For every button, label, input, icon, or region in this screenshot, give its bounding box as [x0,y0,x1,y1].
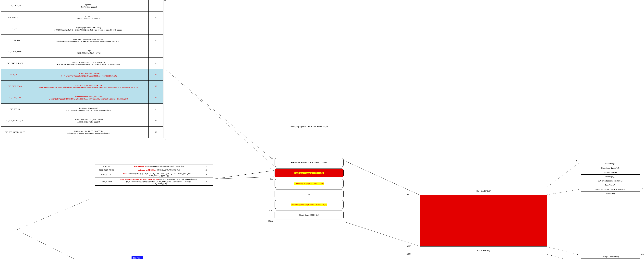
fsp-row-desc: Highest page number in file (size) 当前表空间… [28,23,148,35]
fsp-row-bytes: 8 [149,104,164,115]
fsp-row-key: FSP_FREE_LIMIT [1,35,29,46]
fil-header-detail-table: Checksum(4)Offset (page Number) (4)Previ… [581,162,640,196]
xdes-row-key: XDES_FLST_NODE [95,168,118,172]
fsp-row-bytes: 4 [149,12,164,23]
bigpage-offset-16376: 16376 [406,245,411,247]
xdes-entry-table: XDES_IDFile Segment ID—如果该Extent归属某个segm… [95,165,213,186]
manager-offset-label: 16376 [263,220,273,222]
fsp-row-desc: (Unused) 如其名，保留字节，当前未使用 [28,12,148,23]
xdes-row-bytes: 16 [200,178,213,186]
fil-header-label: FIL Header (38) [476,190,491,192]
manager-page-title: manager page/FSP_HDR and XDES pages [274,125,344,128]
fsp-row-key: FSP_SIZE [1,23,29,35]
fsp-bracket [164,0,166,140]
xdes-entry-highlight: XDES Entry [1] (page 64—127) —> (40) [294,183,324,185]
fsp-row-desc: Space ID 该文件对应的space id [28,0,148,12]
fsp-row-desc: List base node for "FULL_FRAG" list Exte… [28,92,148,104]
fsp-row-key: FSP_FREE_FRAG [1,81,29,92]
manager-offset-label: 38 [263,157,273,159]
manager-page-box: XDES Entry [1] (page 64—127) —> (40) [274,179,344,188]
xdes-row-key: XDES_ID [95,165,118,168]
fsp-row-key: FSP_FRAG_N_USED [1,58,29,69]
trailer-offset-top: 16376 [640,254,644,255]
fil-header-field: Page Type (2) [581,183,640,187]
xdes-row-bytes: 12 [200,168,213,172]
fsp-row-bytes: 4 [149,46,164,58]
bigpage-offset-38-left: 38 [407,194,409,196]
svg-line-4 [16,197,95,230]
fsp-row-desc: Number of pages used in "FREE_FRAG" list… [28,58,148,69]
bigpage-bracket [418,195,420,246]
fsp-row-bytes: 16 [149,92,164,104]
manager-page-box: (Empty Space: 5986 bytes) [274,211,344,220]
svg-line-5 [16,230,92,259]
fil-header-field: Checksum(4) [581,162,640,166]
svg-line-1 [166,70,274,166]
xdes-row-bytes: 8 [200,165,213,168]
manager-offset-label: 10390 [263,210,273,211]
fsp-row-desc: List base node for "FREE" list 当一个Extent… [28,69,148,81]
fsp-row-bytes: 16 [149,115,164,127]
fsp-header-table: FSP_SPACE_IDSpace ID 该文件对应的space id4FSP_… [1,0,164,138]
xdes-row-desc: Page State Bitmap 2bits per page, 1=free… [118,178,200,186]
fsp-row-bytes: 4 [149,35,164,46]
fsp-row-bytes: 4 [149,58,164,69]
fil-offset-38: 38 [642,188,643,190]
fsp-row-key: FSP_SPACE_FLAGS [1,46,29,58]
fsp-row-desc: List base node for "FREE_FRAG" list FREE… [28,81,148,92]
list-node-title: List Node [132,256,143,259]
fsp-row-key: FSP_FULL_FRAG [1,92,29,104]
xdes-entry-highlight: XDES Entry [255] (page 16320—16383) —> (… [291,204,327,206]
fil-trailer-field: Old-style Checksum(4) [581,255,640,259]
fil-header-field: Flush LSN (0 except space 0 page 0) (8) [581,187,640,192]
fil-trailer-detail-table: Old-style Checksum(4)Low 32 bits of LSN … [581,255,640,259]
fsp-row-desc: Flags 当前表空间的FLAG信息，见下文 [28,46,148,58]
manager-page-box: ... [274,190,344,198]
fsp-row-bytes: 4 [149,0,164,12]
svg-line-0 [166,70,274,161]
fsp-row-desc: Next Unused Segment ID 当前文件中最大Segment ID… [28,104,148,115]
fsp-row-desc: List base node for "FREE_INODES" list 至少… [28,127,148,138]
fsp-row-bytes: 4 [149,23,164,35]
fsp-row-key: FSP_SEG_ID [1,104,29,115]
fsp-row-key: FSP_SEG_INODES_FREE [1,127,29,138]
svg-line-10 [547,189,580,195]
svg-line-9 [547,162,580,187]
svg-line-7 [344,161,420,195]
bigpage-offset-16384: 16384 [406,253,411,255]
fsp-row-key: FSP_NOT_USED [1,12,29,23]
manager-page-stack: 38FSP Header(zero-filed for XDES pages) … [274,158,344,221]
fil-trailer-block: FIL Trailer (8) [420,246,547,254]
fil-header-block: FIL Header (38) [420,187,547,195]
fsp-row-key: FSP_FREE [1,69,29,81]
fil-offset-0: 0 [576,160,577,162]
manager-page-box: XDES Entry [255] (page 16320—16383) —> (… [274,200,344,209]
svg-line-12 [547,254,580,259]
xdes-row-desc: State—该Extent的状态信息，包括：XDES_FREE、XDES_FRE… [118,172,200,178]
xdes-row-key: XDES_STATE [95,172,118,178]
fsp-row-desc: Highest page number initialized (free li… [28,35,148,46]
xdes-row-desc: File Segment ID—如果该Extent归属某个segment的话，则… [118,165,200,168]
bigpage-offset-0: 0 [407,185,408,187]
fsp-row-bytes: 16 [149,127,164,138]
manager-page-box: FSP Header(zero-filed for XDES pages) —>… [274,158,344,167]
fsp-row-key: FSP_SPACE_ID [1,0,29,12]
xdes-entry-highlight: XDES Entry [0] (page 0 — 63) —> (40) [294,172,324,174]
svg-line-2 [213,171,274,179]
svg-line-11 [547,247,580,255]
fsp-row-desc: List base node for "FULL_INNODES" list 已… [28,115,148,127]
fil-header-field: LSN for last page modification (8) [581,179,640,183]
fil-header-field: Previous Page(4) [581,170,640,175]
fsp-row-bytes: 16 [149,69,164,81]
manager-page-box: XDES Entry [0] (page 0 — 63) —> (40) [274,169,344,177]
page-body-block [420,195,547,246]
xdes-row-bytes: 4 [200,172,213,178]
fsp-row-bytes: 16 [149,81,164,92]
fil-header-field: Next Page(4) [581,175,640,179]
fil-trailer-label: FIL Trailer (8) [477,249,490,252]
xdes-row-desc: List node for XDES list—维持Extent链表的双向指针节… [118,168,200,172]
fsp-row-key: FSP_SEG_INODES_FULL [1,115,29,127]
xdes-row-key: XDES_BITMAP [95,178,118,186]
manager-offset-label: 190 [263,178,273,180]
svg-line-8 [344,222,420,246]
